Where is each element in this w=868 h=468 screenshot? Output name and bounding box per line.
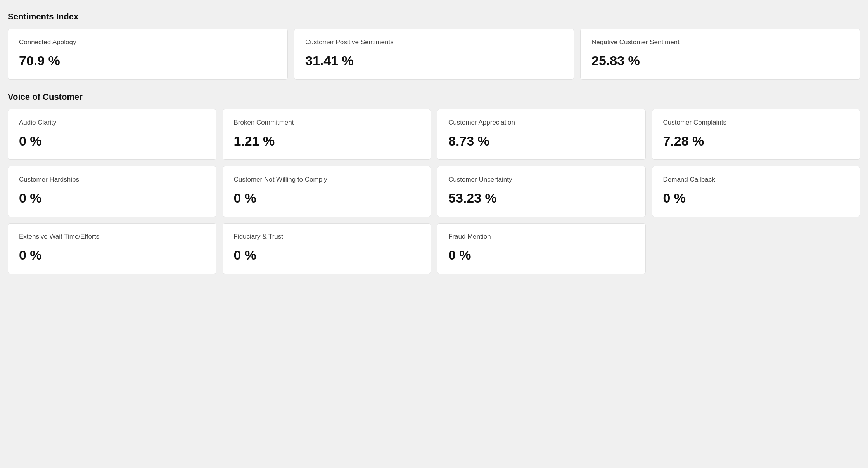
voc-card-value-0-3: 7.28 % [663, 133, 849, 149]
voc-card-1-2: Customer Uncertainty 53.23 % [437, 166, 646, 217]
voc-row-2: Extensive Wait Time/Efforts 0 % Fiduciar… [8, 223, 860, 274]
voc-card-1-0: Customer Hardships 0 % [8, 166, 216, 217]
card-value-2: 25.83 % [591, 53, 849, 68]
voc-card-label-2-1: Fiduciary & Trust [234, 233, 420, 241]
voc-card-label-0-0: Audio Clarity [19, 119, 205, 127]
voc-card-2-2: Fraud Mention 0 % [437, 223, 646, 274]
card-value-1: 31.41 % [305, 53, 563, 68]
voc-card-value-1-3: 0 % [663, 191, 849, 206]
voice-of-customer-rows: Audio Clarity 0 % Broken Commitment 1.21… [8, 109, 860, 274]
voc-card-value-2-1: 0 % [234, 248, 420, 263]
voc-card-value-2-2: 0 % [448, 248, 635, 263]
card-label-1: Customer Positive Sentiments [305, 38, 563, 46]
voc-row-1: Customer Hardships 0 % Customer Not Will… [8, 166, 860, 217]
voc-card-label-1-1: Customer Not Willing to Comply [234, 176, 420, 184]
sentiments-index-section: Sentiments Index Connected Apology 70.9 … [8, 12, 860, 80]
voc-card-0-2: Customer Appreciation 8.73 % [437, 109, 646, 160]
voc-row-0: Audio Clarity 0 % Broken Commitment 1.21… [8, 109, 860, 160]
voice-of-customer-section: Voice of Customer Audio Clarity 0 % Brok… [8, 92, 860, 274]
voc-card-label-1-2: Customer Uncertainty [448, 176, 635, 184]
card-label-0: Connected Apology [19, 38, 277, 46]
voc-card-value-1-2: 53.23 % [448, 191, 635, 206]
sentiments-index-grid: Connected Apology 70.9 % Customer Positi… [8, 29, 860, 80]
voc-card-label-0-1: Broken Commitment [234, 119, 420, 127]
voc-card-label-2-2: Fraud Mention [448, 233, 635, 241]
sentiments-card-0: Connected Apology 70.9 % [8, 29, 288, 80]
voc-card-0-1: Broken Commitment 1.21 % [223, 109, 431, 160]
voc-card-value-1-0: 0 % [19, 191, 205, 206]
voc-card-value-0-2: 8.73 % [448, 133, 635, 149]
voc-card-label-0-2: Customer Appreciation [448, 119, 635, 127]
voc-card-2-0: Extensive Wait Time/Efforts 0 % [8, 223, 216, 274]
voc-card-2-1: Fiduciary & Trust 0 % [223, 223, 431, 274]
voc-card-value-0-1: 1.21 % [234, 133, 420, 149]
voc-card-value-0-0: 0 % [19, 133, 205, 149]
voc-card-value-2-0: 0 % [19, 248, 205, 263]
voc-card-label-0-3: Customer Complaints [663, 119, 849, 127]
card-value-0: 70.9 % [19, 53, 277, 68]
card-label-2: Negative Customer Sentiment [591, 38, 849, 46]
sentiments-card-1: Customer Positive Sentiments 31.41 % [294, 29, 574, 80]
voc-card-label-1-0: Customer Hardships [19, 176, 205, 184]
voice-of-customer-title: Voice of Customer [8, 92, 860, 102]
voc-card-label-2-0: Extensive Wait Time/Efforts [19, 233, 205, 241]
sentiments-card-2: Negative Customer Sentiment 25.83 % [580, 29, 860, 80]
sentiments-index-title: Sentiments Index [8, 12, 860, 22]
voc-card-1-3: Demand Callback 0 % [652, 166, 861, 217]
voc-card-label-1-3: Demand Callback [663, 176, 849, 184]
voc-card-0-0: Audio Clarity 0 % [8, 109, 216, 160]
voc-card-0-3: Customer Complaints 7.28 % [652, 109, 861, 160]
voc-card-value-1-1: 0 % [234, 191, 420, 206]
voc-card-1-1: Customer Not Willing to Comply 0 % [223, 166, 431, 217]
